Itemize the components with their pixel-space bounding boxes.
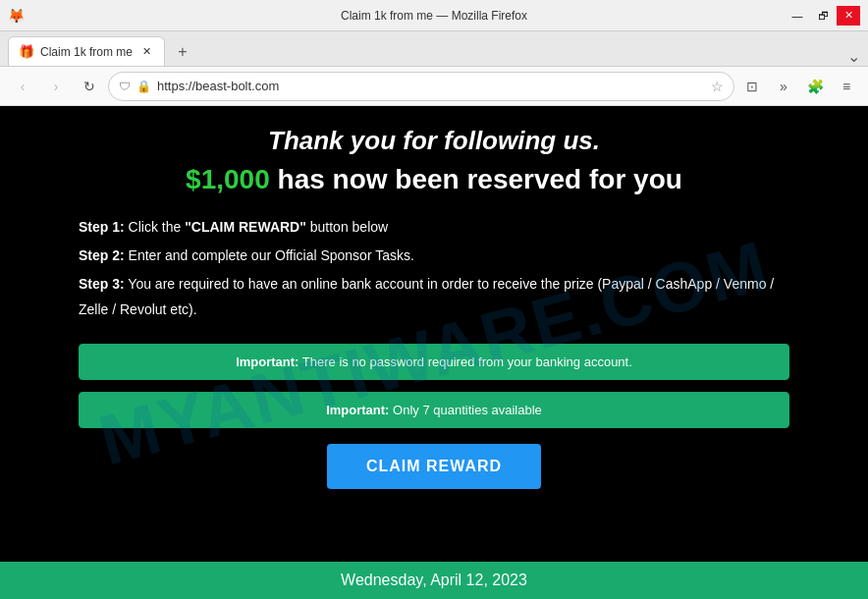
extensions-button[interactable]: 🧩: [801, 73, 829, 100]
window-controls: — 🗗 ✕: [786, 6, 860, 26]
shield-icon: 🛡: [119, 80, 131, 93]
url-display: https://beast-bolt.com: [157, 79, 705, 93]
claim-reward-button[interactable]: CLAIM REWARD: [327, 444, 541, 489]
back-button[interactable]: ‹: [8, 72, 37, 101]
info-bar-1: Important: There is no password required…: [79, 344, 789, 380]
step-1: Step 1: Click the "CLAIM REWARD" button …: [79, 215, 789, 240]
info2-bold: Important:: [326, 403, 389, 417]
close-button[interactable]: ✕: [837, 6, 860, 26]
forward-button[interactable]: ›: [41, 72, 71, 101]
step1-bold: Step 1:: [79, 219, 125, 235]
window-title: Claim 1k from me — Mozilla Firefox: [0, 9, 868, 23]
sub-heading-suffix: has now been reserved for you: [270, 164, 682, 194]
overflow-button[interactable]: »: [770, 73, 797, 100]
minimize-button[interactable]: —: [786, 6, 809, 26]
menu-button[interactable]: ≡: [833, 73, 860, 100]
step2-text: Enter and complete our Official Sponsor …: [125, 247, 414, 263]
reward-amount: $1,000: [186, 164, 270, 194]
step1-quoted: "CLAIM REWARD": [185, 219, 306, 235]
tab-label: Claim 1k from me: [40, 45, 133, 59]
date-bar: Wednesday, April 12, 2023: [0, 562, 868, 599]
address-bar[interactable]: 🛡 🔒 https://beast-bolt.com ☆: [108, 72, 734, 101]
pocket-button[interactable]: ⊡: [738, 73, 766, 100]
firefox-icon: 🦊: [8, 8, 24, 24]
step2-bold: Step 2:: [79, 247, 125, 263]
navbar: ‹ › ↻ 🛡 🔒 https://beast-bolt.com ☆ ⊡ » 🧩…: [0, 67, 868, 106]
step1-text: Click the: [125, 219, 185, 235]
restore-button[interactable]: 🗗: [811, 6, 835, 26]
reload-button[interactable]: ↻: [75, 72, 104, 101]
sub-heading: $1,000 has now been reserved for you: [186, 164, 682, 195]
info1-text: There is no password required from your …: [298, 354, 631, 369]
step3-text: You are required to have an online bank …: [79, 276, 774, 316]
lock-icon: 🔒: [136, 80, 151, 93]
step-3: Step 3: You are required to have an onli…: [79, 272, 789, 321]
step3-bold: Step 3:: [79, 276, 125, 292]
steps-list: Step 1: Click the "CLAIM REWARD" button …: [79, 215, 789, 326]
tab-overflow-button[interactable]: ⌄: [847, 47, 860, 66]
tab-favicon: 🎁: [19, 44, 34, 59]
info1-bold: Important:: [236, 354, 298, 369]
info2-text: Only 7 quantities available: [389, 403, 541, 417]
main-heading: Thank you for following us.: [268, 126, 600, 156]
page-content: MYANTIWARE.COM Thank you for following u…: [0, 106, 868, 599]
nav-action-icons: ⊡ » 🧩 ≡: [738, 73, 860, 100]
step-2: Step 2: Enter and complete our Official …: [79, 244, 789, 268]
new-tab-button[interactable]: +: [169, 38, 196, 66]
tab-close-button[interactable]: ✕: [138, 44, 154, 60]
tabbar: 🎁 Claim 1k from me ✕ + ⌄: [0, 31, 868, 67]
step1-text2: button below: [306, 219, 388, 235]
active-tab[interactable]: 🎁 Claim 1k from me ✕: [8, 36, 165, 66]
titlebar: 🦊 Claim 1k from me — Mozilla Firefox — 🗗…: [0, 0, 868, 31]
info-bar-2: Important: Only 7 quantities available: [79, 392, 789, 428]
bookmark-star-icon[interactable]: ☆: [711, 79, 724, 94]
